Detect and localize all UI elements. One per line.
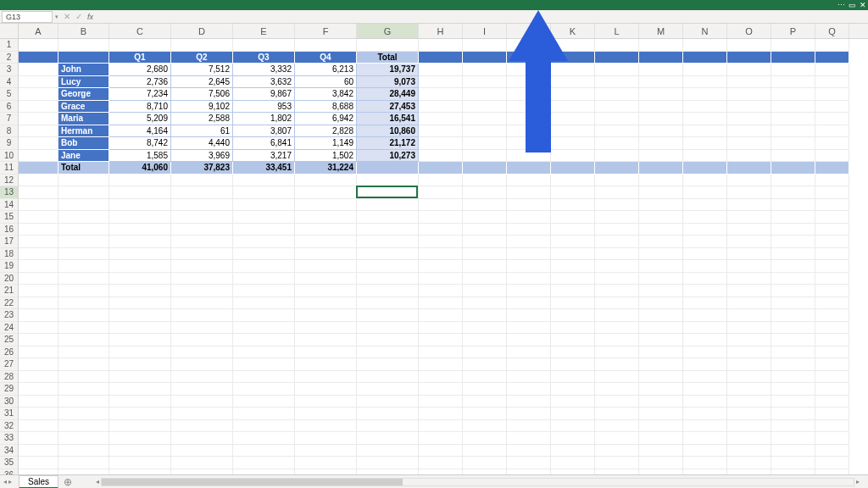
- cell-L[interactable]: [595, 137, 639, 150]
- cell-A[interactable]: [19, 383, 58, 396]
- cell-P[interactable]: [771, 273, 815, 286]
- row-header-27[interactable]: 27: [0, 358, 18, 371]
- cell-D[interactable]: [171, 175, 233, 187]
- cell-G[interactable]: [357, 175, 419, 187]
- cell-O[interactable]: [727, 199, 771, 212]
- cell-F[interactable]: [295, 432, 357, 445]
- cell-J[interactable]: [507, 334, 551, 347]
- cell-Q[interactable]: [815, 113, 849, 125]
- cell-M[interactable]: [639, 125, 683, 138]
- cell-I[interactable]: [463, 236, 507, 248]
- cell-N[interactable]: [683, 347, 727, 359]
- cell-J[interactable]: [507, 248, 551, 261]
- cell-M[interactable]: [639, 186, 683, 199]
- cell-O[interactable]: [727, 297, 771, 310]
- cell-H[interactable]: [419, 420, 463, 433]
- cell-L[interactable]: [595, 175, 639, 187]
- cell-H[interactable]: [419, 64, 463, 76]
- cell-L[interactable]: [595, 297, 639, 310]
- cell-I[interactable]: [463, 211, 507, 224]
- cell-D[interactable]: [171, 211, 233, 224]
- cell-G[interactable]: [357, 383, 419, 396]
- cell-E[interactable]: [233, 334, 295, 347]
- cell-C[interactable]: [109, 199, 171, 212]
- row-header-4[interactable]: 4: [0, 76, 18, 89]
- table-q3-cell[interactable]: 9,867: [233, 88, 295, 101]
- cell-B[interactable]: [58, 408, 109, 420]
- cell-P[interactable]: [771, 420, 815, 433]
- cell-G[interactable]: [357, 347, 419, 359]
- fx-icon[interactable]: fx: [85, 13, 96, 21]
- row-header-35[interactable]: 35: [0, 457, 18, 469]
- cell-H[interactable]: [419, 260, 463, 273]
- cell-A[interactable]: [19, 52, 58, 64]
- cell-L[interactable]: [595, 347, 639, 359]
- close-icon[interactable]: ✕: [860, 0, 866, 10]
- cell-F[interactable]: [295, 408, 357, 420]
- cell-J[interactable]: [507, 260, 551, 273]
- cell-F[interactable]: [295, 39, 357, 52]
- cell-M[interactable]: [639, 199, 683, 212]
- cell-G[interactable]: [357, 236, 419, 248]
- cell-K[interactable]: [551, 309, 595, 322]
- cell-D[interactable]: [171, 358, 233, 371]
- cell-P[interactable]: [771, 457, 815, 469]
- cell-B[interactable]: [58, 175, 109, 187]
- cell-A[interactable]: [19, 432, 58, 445]
- cell-A[interactable]: [19, 64, 58, 76]
- cell-P[interactable]: [771, 137, 815, 150]
- table-q3-cell[interactable]: 3,217: [233, 150, 295, 163]
- cell-E[interactable]: [233, 297, 295, 310]
- cell-D[interactable]: [171, 445, 233, 458]
- cell-Q[interactable]: [815, 186, 849, 199]
- cell-H[interactable]: [419, 162, 463, 175]
- cell-N[interactable]: [683, 175, 727, 187]
- cell-H[interactable]: [419, 358, 463, 371]
- cell-C[interactable]: [109, 396, 171, 408]
- cell-K[interactable]: [551, 248, 595, 261]
- select-all-corner[interactable]: [0, 24, 19, 38]
- row-header-17[interactable]: 17: [0, 236, 18, 248]
- cell-N[interactable]: [683, 297, 727, 310]
- cell-Q[interactable]: [815, 76, 849, 89]
- cell-G[interactable]: [357, 420, 419, 433]
- cell-P[interactable]: [771, 224, 815, 236]
- cell-E[interactable]: [233, 186, 295, 199]
- cell-Q[interactable]: [815, 432, 849, 445]
- cell-Q[interactable]: [815, 199, 849, 212]
- cell-G[interactable]: [357, 273, 419, 286]
- table-total-q1[interactable]: 41,060: [109, 162, 171, 175]
- cell-K[interactable]: [551, 432, 595, 445]
- cell-L[interactable]: [595, 52, 639, 64]
- cell-L[interactable]: [595, 162, 639, 175]
- cell-O[interactable]: [727, 175, 771, 187]
- row-header-16[interactable]: 16: [0, 224, 18, 236]
- cell-G[interactable]: [357, 285, 419, 297]
- table-grand-total[interactable]: [357, 162, 419, 175]
- cell-B[interactable]: [58, 322, 109, 335]
- cell-H[interactable]: [419, 457, 463, 469]
- table-header-name[interactable]: [58, 52, 109, 64]
- cell-D[interactable]: [171, 371, 233, 384]
- cell-G[interactable]: [357, 432, 419, 445]
- cell-C[interactable]: [109, 39, 171, 52]
- cell-I[interactable]: [463, 137, 507, 150]
- cell-B[interactable]: [58, 396, 109, 408]
- cell-A[interactable]: [19, 88, 58, 101]
- cell-K[interactable]: [551, 64, 595, 76]
- cell-E[interactable]: [233, 347, 295, 359]
- cell-L[interactable]: [595, 309, 639, 322]
- cell-J[interactable]: [507, 408, 551, 420]
- table-q2-cell[interactable]: 3,969: [171, 150, 233, 163]
- cell-A[interactable]: [19, 199, 58, 212]
- table-total-cell[interactable]: 19,737: [357, 64, 419, 76]
- cell-N[interactable]: [683, 199, 727, 212]
- cell-P[interactable]: [771, 125, 815, 138]
- cell-H[interactable]: [419, 113, 463, 125]
- table-q1-cell[interactable]: 8,742: [109, 137, 171, 150]
- cell-D[interactable]: [171, 383, 233, 396]
- table-name-cell[interactable]: Jane: [58, 150, 109, 163]
- cell-I[interactable]: [463, 396, 507, 408]
- cell-P[interactable]: [771, 52, 815, 64]
- cell-J[interactable]: [507, 297, 551, 310]
